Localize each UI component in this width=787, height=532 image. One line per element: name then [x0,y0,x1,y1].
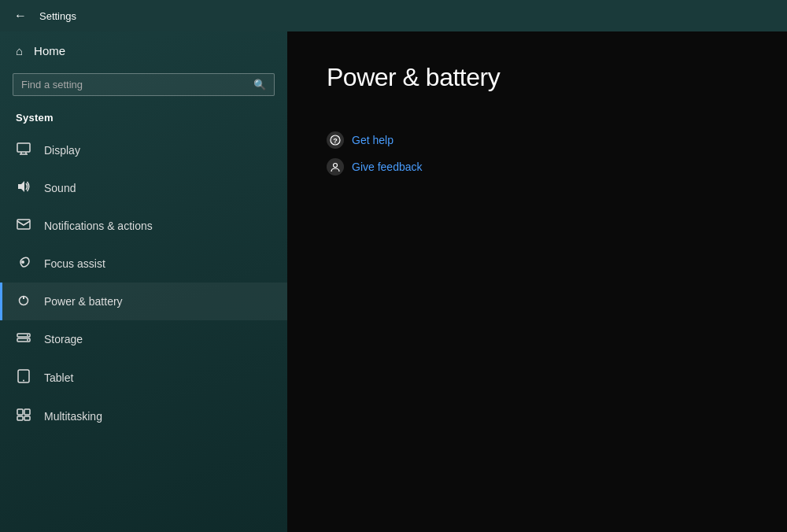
home-icon: ⌂ [16,44,23,57]
tablet-icon [16,369,31,386]
sidebar-item-power[interactable]: Power & battery [0,283,287,320]
storage-label: Storage [44,333,83,345]
sidebar-item-display[interactable]: Display [0,131,287,169]
get-help-icon: ? [327,131,344,149]
svg-rect-0 [17,143,30,152]
power-icon [16,294,31,309]
svg-rect-18 [24,416,30,420]
sidebar-item-focus[interactable]: Focus assist [0,245,287,283]
title-bar: ← Settings [0,0,787,31]
svg-rect-5 [17,220,30,229]
page-title: Power & battery [327,63,748,92]
svg-point-12 [27,339,28,341]
multitasking-icon [16,408,31,424]
svg-rect-17 [17,416,23,420]
sidebar-item-sound[interactable]: Sound [0,169,287,207]
tablet-label: Tablet [44,371,73,384]
notifications-label: Notifications & actions [44,220,153,232]
focus-label: Focus assist [44,257,105,270]
sidebar-item-storage[interactable]: Storage [0,320,287,358]
search-icon: 🔍 [253,79,266,91]
sidebar-item-home[interactable]: ⌂ Home [0,31,287,70]
search-box[interactable]: 🔍 [13,73,275,96]
power-label: Power & battery [44,295,123,308]
get-help-label: Get help [352,134,394,146]
svg-point-11 [27,334,28,336]
notifications-icon [16,218,31,234]
svg-text:?: ? [333,137,338,145]
search-input[interactable] [21,79,247,91]
sidebar-item-multitasking[interactable]: Multitasking [0,397,287,435]
give-feedback-item[interactable]: Give feedback [327,158,748,175]
display-label: Display [44,144,80,157]
svg-point-21 [334,164,338,168]
sound-icon [16,180,31,196]
sidebar-section-system: System [0,105,287,131]
sidebar: ⌂ Home 🔍 System Display [0,31,287,532]
svg-rect-16 [24,409,30,415]
storage-icon [16,331,31,347]
sidebar-item-notifications[interactable]: Notifications & actions [0,207,287,245]
main-layout: ⌂ Home 🔍 System Display [0,31,787,532]
content-area: Power & battery ? Get help [287,31,787,532]
give-feedback-label: Give feedback [352,161,423,173]
give-feedback-icon [327,158,344,175]
svg-point-6 [21,260,24,264]
svg-rect-15 [17,409,23,415]
display-icon [16,142,31,158]
sound-label: Sound [44,182,76,194]
back-button[interactable]: ← [9,5,31,27]
app-title: Settings [39,10,76,22]
focus-icon [16,256,31,272]
multitasking-label: Multitasking [44,410,102,423]
get-help-item[interactable]: ? Get help [327,131,748,149]
sidebar-item-tablet[interactable]: Tablet [0,358,287,397]
svg-marker-4 [18,181,24,192]
home-label: Home [34,44,65,57]
help-links: ? Get help Give feedback [327,131,748,175]
svg-point-14 [23,380,24,382]
